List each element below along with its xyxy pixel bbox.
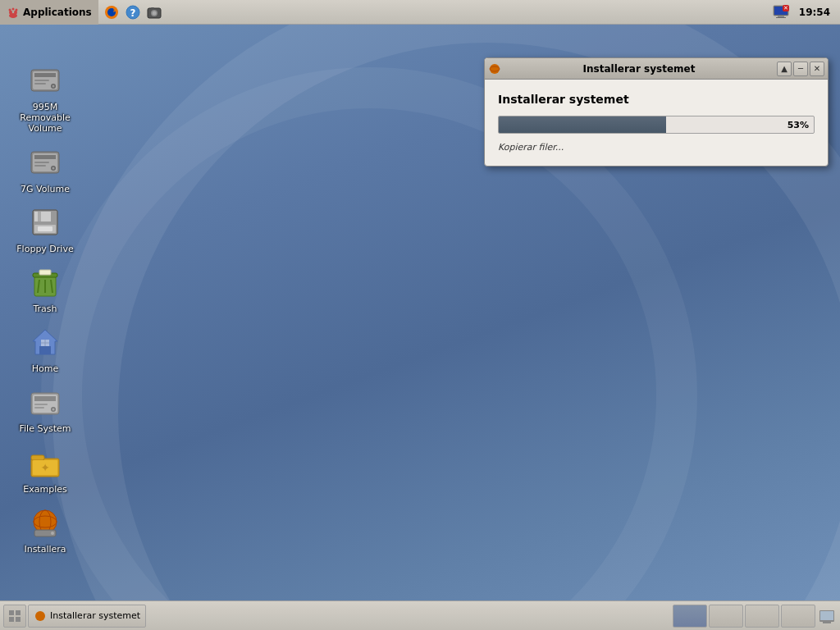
workspace-3[interactable] <box>745 605 779 628</box>
panel-right: ✕ 19:54 <box>771 2 840 22</box>
dialog-minimize[interactable]: ─ <box>793 62 808 76</box>
applications-label: Applications <box>23 7 92 18</box>
svg-rect-70 <box>9 610 14 615</box>
svg-rect-77 <box>823 622 831 623</box>
taskbar-left: Installerar systemet <box>3 605 146 628</box>
filesystem-label: File System <box>20 423 71 434</box>
svg-rect-13 <box>151 7 154 9</box>
svg-point-31 <box>52 167 55 169</box>
desktop-icon-installera[interactable]: Installera <box>8 500 82 558</box>
dialog-titlebar: Installerar systemet ▲ ─ ✕ <box>485 58 828 80</box>
svg-rect-71 <box>16 610 21 615</box>
svg-rect-36 <box>38 212 41 221</box>
desktop: 995M Removable Volume 7G Volume <box>0 25 840 600</box>
desktop-icon-trash[interactable]: Trash <box>8 259 82 317</box>
dialog-scroll-up[interactable]: ▲ <box>777 62 792 76</box>
svg-point-74 <box>35 611 45 621</box>
gnome-foot-icon <box>7 6 20 19</box>
desktop-icon-examples[interactable]: ✦ Examples <box>8 440 82 498</box>
svg-rect-48 <box>39 346 51 354</box>
taskbar: Installerar systemet <box>0 600 840 630</box>
svg-rect-33 <box>34 165 46 167</box>
svg-rect-73 <box>16 617 21 622</box>
taskbar-right <box>673 605 837 628</box>
installera-icon <box>25 503 65 542</box>
help-icon[interactable]: ? <box>123 2 143 22</box>
top-panel: Applications ? <box>0 0 840 25</box>
7g-volume-icon <box>25 143 65 182</box>
workspace-2[interactable] <box>709 605 743 628</box>
removable-volume-label: 995M Removable Volume <box>11 102 79 135</box>
filesystem-icon <box>25 382 65 422</box>
panel-icons: ? <box>98 2 164 22</box>
examples-label: Examples <box>23 484 66 495</box>
svg-point-68 <box>490 64 500 74</box>
svg-point-3 <box>9 8 11 11</box>
workspace-pager <box>673 605 815 628</box>
workspace-4[interactable] <box>781 605 815 628</box>
dialog-controls: ▲ ─ ✕ <box>777 62 824 76</box>
svg-rect-29 <box>34 155 56 159</box>
svg-point-67 <box>51 532 54 535</box>
svg-point-24 <box>52 85 55 88</box>
taskbar-window-icon <box>34 609 47 623</box>
examples-icon: ✦ <box>25 443 65 482</box>
svg-point-4 <box>12 7 15 10</box>
home-icon <box>25 322 65 362</box>
taskbar-apps-button[interactable] <box>3 605 26 628</box>
svg-rect-76 <box>820 611 833 620</box>
removable-volume-icon <box>25 61 65 100</box>
dialog-title: Installerar systemet <box>504 63 774 75</box>
svg-point-56 <box>52 409 55 411</box>
floppy-label: Floppy Drive <box>16 244 73 254</box>
dialog-status: Kopierar filer... <box>498 142 815 153</box>
display-systray-icon[interactable]: ✕ <box>771 2 791 22</box>
installera-label: Installera <box>24 544 66 555</box>
svg-rect-17 <box>776 17 786 18</box>
trash-label: Trash <box>33 304 57 314</box>
progress-bar-label: 53% <box>788 120 809 130</box>
floppy-drive-icon <box>25 203 65 242</box>
svg-rect-25 <box>34 80 49 81</box>
install-dialog: Installerar systemet ▲ ─ ✕ Installerar s… <box>484 57 829 167</box>
svg-point-12 <box>152 11 156 15</box>
screenshot-icon[interactable] <box>144 2 164 22</box>
dialog-icon <box>488 62 501 75</box>
desktop-icon-removable-volume[interactable]: 995M Removable Volume <box>8 57 82 138</box>
desktop-icons: 995M Removable Volume 7G Volume <box>0 49 90 571</box>
svg-rect-22 <box>34 73 56 77</box>
progress-bar-container: 53% <box>498 116 815 134</box>
dialog-heading: Installerar systemet <box>498 93 815 106</box>
svg-point-5 <box>16 8 18 11</box>
svg-rect-54 <box>34 396 56 401</box>
svg-rect-72 <box>9 617 14 622</box>
svg-rect-46 <box>39 270 51 275</box>
svg-rect-35 <box>34 212 51 221</box>
svg-rect-26 <box>34 83 46 84</box>
svg-text:✕: ✕ <box>783 5 788 11</box>
desktop-icon-filesystem[interactable]: File System <box>8 379 82 437</box>
taskbar-window-item[interactable]: Installerar systemet <box>28 605 146 628</box>
svg-text:?: ? <box>130 7 135 19</box>
desktop-icon-floppy[interactable]: Floppy Drive <box>8 199 82 258</box>
desktop-icon-7g-volume[interactable]: 7G Volume <box>8 139 82 198</box>
7g-volume-label: 7G Volume <box>21 184 70 194</box>
svg-rect-38 <box>38 226 52 231</box>
svg-rect-57 <box>34 404 48 405</box>
clock: 19:54 <box>794 5 835 20</box>
workspace-1[interactable] <box>673 605 707 628</box>
applications-menu[interactable]: Applications <box>0 0 98 25</box>
svg-text:✦: ✦ <box>40 461 50 474</box>
panel-left: Applications ? <box>0 0 771 25</box>
taskbar-window-label: Installerar systemet <box>50 610 140 621</box>
home-label: Home <box>32 363 58 374</box>
svg-rect-58 <box>34 407 44 409</box>
svg-rect-16 <box>778 16 784 17</box>
firefox-icon[interactable] <box>102 2 121 22</box>
show-desktop-icon[interactable] <box>817 606 837 626</box>
dialog-close[interactable]: ✕ <box>810 62 824 76</box>
trash-icon <box>25 262 65 302</box>
desktop-icon-home[interactable]: Home <box>8 319 82 377</box>
dialog-body: Installerar systemet 53% Kopierar filer.… <box>485 80 828 166</box>
svg-rect-32 <box>34 162 49 163</box>
